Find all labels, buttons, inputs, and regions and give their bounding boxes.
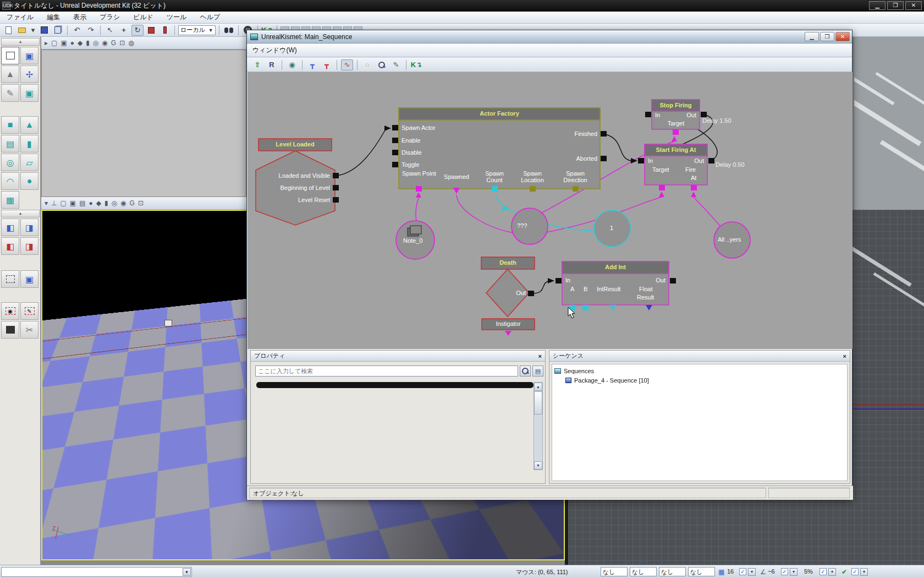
coord-space-combo[interactable]: ローカル ▼: [178, 25, 216, 35]
terrain-mode-button[interactable]: ▲: [1, 66, 19, 83]
death-instigator[interactable]: Instigator: [482, 320, 535, 327]
search-tool-button[interactable]: [376, 59, 388, 70]
csg-intersect-button[interactable]: ◧: [1, 237, 19, 255]
menu-file[interactable]: ファイル: [7, 13, 34, 22]
menu-build[interactable]: ビルド: [133, 13, 153, 22]
select-tool-button[interactable]: ↖: [104, 25, 116, 36]
autosave-checkbox[interactable]: ✓: [851, 568, 859, 575]
menu-help[interactable]: ヘルプ: [200, 13, 220, 22]
node-title-death[interactable]: Death: [481, 259, 535, 266]
scroll-up-icon[interactable]: ▴: [534, 383, 542, 391]
cone-brush-button[interactable]: ▲: [20, 116, 38, 134]
open-search-button[interactable]: ○: [361, 59, 373, 70]
status-slot-1[interactable]: なし: [601, 567, 628, 576]
save-all-button[interactable]: [52, 25, 64, 36]
output-finished[interactable]: Finished: [522, 130, 597, 137]
node-title-level-loaded[interactable]: Level Loaded: [258, 141, 332, 148]
properties-search-input[interactable]: [255, 366, 518, 377]
start-firing-out[interactable]: Out: [679, 157, 704, 164]
angle-snap-checkbox[interactable]: ✓: [781, 568, 788, 575]
add-int-a[interactable]: A: [570, 286, 574, 292]
var-spawn-location[interactable]: Spawn Location: [515, 170, 550, 183]
save-button[interactable]: [38, 25, 50, 36]
viewport-cylinder-icon[interactable]: ▮: [86, 39, 90, 47]
scroll-thumb[interactable]: [534, 391, 542, 415]
stop-firing-out[interactable]: Out: [671, 112, 696, 118]
tree-item-package4[interactable]: Package_4 - Sequence [10]: [554, 375, 845, 385]
viewport-cube-icon[interactable]: ▣: [61, 39, 67, 47]
input-spawn-actor[interactable]: Spawn Actor: [402, 124, 436, 131]
status-slot-4[interactable]: なし: [688, 567, 715, 576]
kismet-minimize-button[interactable]: ▁: [805, 32, 819, 41]
redo-button[interactable]: ↷: [85, 25, 97, 36]
kismet-graph-canvas[interactable]: Level Loaded Loaded and Visible Beginnin…: [248, 72, 853, 349]
spiral-stairs-brush-button[interactable]: ◎: [1, 154, 19, 171]
mesh-paint-button[interactable]: ▣: [20, 84, 38, 102]
viewport-top[interactable]: [41, 50, 246, 197]
viewport-lock-icon[interactable]: ⊡: [138, 199, 144, 207]
start-firing-target[interactable]: Target: [652, 166, 669, 173]
input-toggle[interactable]: Toggle: [402, 161, 419, 168]
menu-tools[interactable]: ツール: [167, 13, 187, 22]
translate-tool-button[interactable]: +: [118, 25, 130, 36]
sheet-brush-button[interactable]: ▱: [20, 154, 38, 171]
menu-brush[interactable]: ブラシ: [100, 13, 120, 22]
output-aborted[interactable]: Aborted: [522, 155, 597, 162]
viewport-game-icon[interactable]: G: [111, 39, 116, 47]
stop-firing-in[interactable]: In: [655, 112, 660, 118]
csg-deintersect-button[interactable]: ◨: [20, 237, 38, 255]
translate-widget-button[interactable]: ✢: [20, 66, 38, 83]
node-title-actor-factory[interactable]: Actor Factory: [399, 110, 600, 117]
stop-firing-target[interactable]: Target: [659, 120, 693, 127]
curved-stairs-brush-button[interactable]: ◠: [1, 172, 19, 190]
tree-item-sequences[interactable]: Sequences: [554, 366, 845, 375]
viewport-lock-icon[interactable]: ▸: [45, 39, 48, 47]
death-out[interactable]: Out: [501, 290, 526, 296]
palette-collapse-strip[interactable]: ▴: [1, 210, 40, 217]
var-spawn-direction[interactable]: Spawn Direction: [558, 170, 593, 183]
update-list-button[interactable]: ✎: [390, 59, 402, 70]
viewport-dropdown-icon[interactable]: ▾: [45, 199, 48, 207]
add-int-in[interactable]: In: [565, 277, 570, 283]
hide-connectors-button[interactable]: ◉: [286, 59, 298, 70]
viewport-game-icon[interactable]: G: [130, 199, 135, 207]
add-int-float[interactable]: Float: [639, 286, 652, 292]
output-loaded-and-visible[interactable]: Loaded and Visible: [258, 172, 330, 179]
grid-snap-checkbox[interactable]: ✓: [739, 568, 746, 575]
status-slot-2[interactable]: なし: [630, 567, 657, 576]
zoom-to-selected-button[interactable]: ┳: [321, 59, 333, 70]
texture-pan-button[interactable]: ✎: [1, 84, 19, 102]
viewport-cubes-icon[interactable]: ▣: [70, 199, 76, 207]
stairs-brush-button[interactable]: ▤: [1, 135, 19, 152]
search-actors-button[interactable]: [223, 25, 235, 36]
scale-nonuniform-button[interactable]: [159, 25, 171, 36]
node-title-stop-firing[interactable]: Stop Firing: [652, 102, 700, 108]
circle-one-label[interactable]: 1: [610, 225, 613, 231]
circle-all-players-label[interactable]: All ..yers: [718, 236, 741, 243]
viewport-torus-icon[interactable]: ◎: [112, 199, 117, 207]
rename-sequence-button[interactable]: R: [266, 59, 278, 70]
actor-class-combo[interactable]: ▼: [1, 567, 192, 577]
scale-tool-button[interactable]: [145, 25, 157, 36]
viewport-lock2-icon[interactable]: ⊡: [119, 39, 125, 47]
var-spawn-point[interactable]: Spawn Point: [402, 170, 437, 177]
volume-brush-button[interactable]: ▦: [1, 191, 19, 209]
csg-add-button[interactable]: ◧: [1, 219, 19, 236]
add-int-result[interactable]: Result: [637, 294, 654, 301]
search-filter-button[interactable]: ▤: [532, 366, 543, 377]
add-int-b[interactable]: B: [584, 286, 587, 292]
circle-unknown-label[interactable]: ???: [517, 222, 527, 229]
viewport-sel-icon[interactable]: ▤: [79, 199, 85, 207]
add-special-brush-button[interactable]: ▣: [20, 270, 38, 288]
kismet-menu-window[interactable]: ウィンドウ(W): [252, 46, 297, 55]
kismet-titlebar[interactable]: UnrealKismet: Main_Sequence ▁ ❐ ✕: [247, 30, 852, 43]
cylinder-brush-button[interactable]: ▮: [20, 135, 38, 152]
viewport-sphere-icon[interactable]: ●: [70, 39, 74, 47]
circle-note-label[interactable]: Note_0: [403, 237, 422, 244]
viewport-cone-icon[interactable]: ◆: [96, 199, 101, 207]
properties-scrollbar[interactable]: ▴ ▾: [534, 382, 543, 470]
brush-tools-button[interactable]: ✂: [20, 321, 38, 339]
sequences-close-icon[interactable]: ×: [843, 353, 846, 359]
viewport-torus-icon[interactable]: ◎: [93, 39, 98, 47]
viewport-camera-icon[interactable]: ◉: [102, 39, 107, 47]
